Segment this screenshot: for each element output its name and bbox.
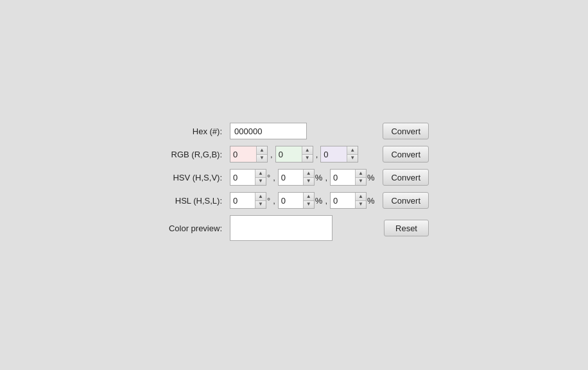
hsl-separator-1: ,: [273, 196, 275, 206]
rgb-separator-1: ,: [270, 150, 273, 159]
hsv-group: ▲ ▼ ° , ▲ ▼ % ,: [230, 169, 375, 186]
rgb-r-spinner: ▲ ▼: [230, 146, 268, 163]
rgb-convert-button[interactable]: Convert: [383, 146, 429, 163]
hsv-s-up[interactable]: ▲: [304, 170, 314, 178]
hsl-h-spinner: ▲ ▼: [230, 192, 266, 209]
hsl-separator-2: ,: [325, 196, 327, 206]
rgb-r-down[interactable]: ▼: [257, 155, 267, 163]
color-preview-label: Color preview:: [159, 224, 230, 233]
hsv-separator-2: ,: [325, 173, 327, 182]
rgb-b-up[interactable]: ▲: [347, 146, 358, 155]
hsv-label: HSV (H,S,V):: [159, 173, 230, 182]
hsl-h-input[interactable]: [230, 193, 255, 208]
rgb-b-input[interactable]: [321, 146, 347, 162]
hex-controls: [230, 123, 376, 139]
rgb-g-up[interactable]: ▲: [302, 146, 313, 155]
rgb-g-spinner: ▲ ▼: [275, 146, 313, 163]
hsv-v-unit: %: [367, 173, 375, 182]
hsl-s-input[interactable]: [279, 193, 303, 208]
rgb-separator-2: ,: [316, 150, 318, 159]
hsl-s-spinner: ▲ ▼: [278, 192, 315, 209]
hsl-h-arrows: ▲ ▼: [255, 193, 266, 208]
hsv-h-spinner: ▲ ▼: [230, 169, 266, 186]
hsv-v-input[interactable]: [331, 170, 355, 185]
rgb-r-arrows: ▲ ▼: [256, 146, 267, 162]
rgb-controls: ▲ ▼ , ▲ ▼ , ▲: [230, 146, 376, 163]
hsl-controls: ▲ ▼ ° , ▲ ▼ % ,: [230, 192, 376, 209]
hex-row: Hex (#): Convert: [159, 123, 429, 139]
hsv-h-up[interactable]: ▲: [255, 170, 266, 178]
hsv-s-spinner: ▲ ▼: [278, 169, 315, 186]
hsl-l-spinner: ▲ ▼: [330, 192, 367, 209]
hsl-h-unit: °: [267, 196, 270, 206]
hsv-s-input[interactable]: [279, 170, 303, 185]
hsv-v-up[interactable]: ▲: [356, 170, 366, 178]
hex-input[interactable]: [230, 123, 307, 139]
hsl-l-up[interactable]: ▲: [356, 193, 366, 201]
hsl-s-unit: %: [315, 196, 323, 206]
hsv-v-down[interactable]: ▼: [356, 178, 366, 186]
hsv-convert-button[interactable]: Convert: [383, 169, 429, 186]
hsv-v-arrows: ▲ ▼: [355, 170, 366, 185]
hsv-controls: ▲ ▼ ° , ▲ ▼ % ,: [230, 169, 376, 186]
hsl-s-up[interactable]: ▲: [304, 193, 314, 201]
hsl-convert-button[interactable]: Convert: [383, 192, 429, 209]
hsv-v-spinner: ▲ ▼: [330, 169, 367, 186]
hsv-s-arrows: ▲ ▼: [303, 170, 314, 185]
hsl-group: ▲ ▼ ° , ▲ ▼ % ,: [230, 192, 375, 209]
converter-panel: Hex (#): Convert RGB (R,G,B): ▲ ▼ ,: [140, 110, 448, 260]
hsv-h-unit: °: [267, 173, 270, 182]
rgb-r-up[interactable]: ▲: [257, 146, 267, 155]
hsl-row: HSL (H,S,L): ▲ ▼ ° , ▲ ▼: [159, 192, 429, 209]
rgb-g-arrows: ▲ ▼: [302, 146, 313, 162]
rgb-b-spinner: ▲ ▼: [320, 146, 358, 163]
hsl-label: HSL (H,S,L):: [159, 196, 230, 206]
color-preview-controls: [230, 215, 377, 241]
hsv-separator-1: ,: [273, 173, 275, 182]
hsl-l-down[interactable]: ▼: [356, 201, 366, 209]
rgb-row: RGB (R,G,B): ▲ ▼ , ▲ ▼: [159, 146, 429, 163]
color-preview-row: Color preview: Reset: [159, 215, 429, 241]
rgb-g-down[interactable]: ▼: [302, 155, 313, 163]
rgb-b-arrows: ▲ ▼: [347, 146, 358, 162]
rgb-r-input[interactable]: [230, 146, 256, 162]
hsv-s-unit: %: [315, 173, 323, 182]
reset-button[interactable]: Reset: [384, 220, 429, 236]
rgb-b-down[interactable]: ▼: [347, 155, 358, 163]
hsl-l-input[interactable]: [331, 193, 355, 208]
hex-convert-button[interactable]: Convert: [383, 123, 429, 139]
hsl-l-arrows: ▲ ▼: [355, 193, 366, 208]
hsl-h-down[interactable]: ▼: [255, 201, 266, 209]
rgb-group: ▲ ▼ , ▲ ▼ , ▲: [230, 146, 358, 163]
hsv-row: HSV (H,S,V): ▲ ▼ ° , ▲ ▼: [159, 169, 429, 186]
hsl-h-up[interactable]: ▲: [255, 193, 266, 201]
hex-label: Hex (#):: [159, 127, 230, 136]
hsl-s-down[interactable]: ▼: [304, 201, 314, 209]
hsv-h-down[interactable]: ▼: [255, 178, 266, 186]
hsv-s-down[interactable]: ▼: [304, 178, 314, 186]
rgb-label: RGB (R,G,B):: [159, 150, 230, 159]
hsl-l-unit: %: [367, 196, 375, 206]
rgb-g-input[interactable]: [276, 146, 302, 162]
color-preview-box: [230, 215, 333, 241]
hsl-s-arrows: ▲ ▼: [303, 193, 314, 208]
hsv-h-arrows: ▲ ▼: [255, 170, 266, 185]
hsv-h-input[interactable]: [230, 170, 255, 185]
